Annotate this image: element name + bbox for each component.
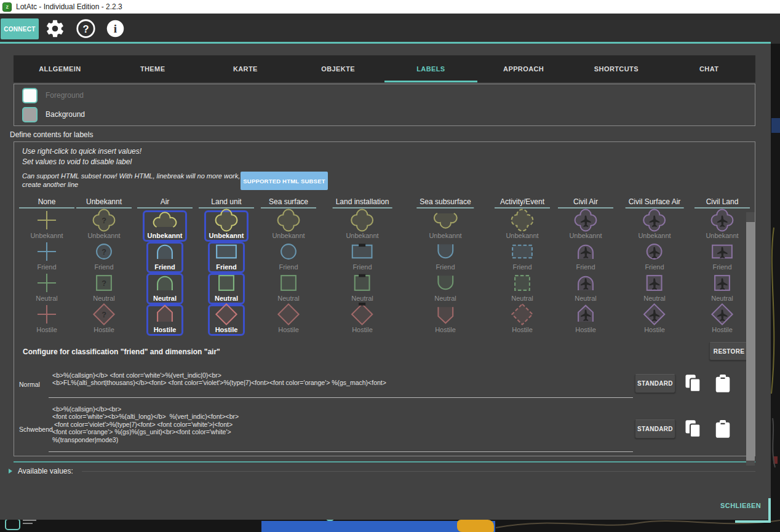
symbol-cell-label: Neutral <box>711 295 733 303</box>
symbol-cell-land-installation-hostile[interactable]: Hostile <box>344 304 381 336</box>
pent-plane-symbol-icon <box>572 303 599 326</box>
tab-chat[interactable]: CHAT <box>663 55 755 82</box>
symbol-cell-sea-subsurface-hostile[interactable]: Hostile <box>427 304 464 336</box>
schwebend-template-field[interactable]: <b>%(callsign)</b><br><font color='white… <box>52 405 635 443</box>
symbol-cell-civil-air-neutral[interactable]: Neutral <box>567 273 604 304</box>
settings-gear-icon[interactable] <box>45 18 65 39</box>
symbol-cell-sea-surface-unbekannt[interactable]: Unbekannt <box>267 210 309 242</box>
paste-icon[interactable] <box>714 419 732 440</box>
symbol-cell-activity-event-unbekannt[interactable]: Unbekannt <box>501 210 543 242</box>
symbol-cell-label: Friend <box>352 263 372 271</box>
symbol-cell-none-unbekannt[interactable]: Unbekannt <box>25 210 68 242</box>
map-panel-corner <box>768 498 771 523</box>
symbol-cell-sea-surface-neutral[interactable]: Neutral <box>270 273 307 304</box>
symbol-cell-label: Neutral <box>36 295 57 303</box>
tab-labels[interactable]: LABELS <box>384 55 477 82</box>
symbol-cell-land-installation-unbekannt[interactable]: Unbekannt <box>341 210 383 242</box>
symbol-cell-land-unit-hostile[interactable]: Hostile <box>208 304 245 336</box>
scrollbar-thumb[interactable] <box>746 222 755 461</box>
copy-icon[interactable] <box>684 418 702 439</box>
window-titlebar: z LotAtc - Individual Edition - 2.2.3 <box>0 0 780 14</box>
square-symbol-icon <box>275 271 302 295</box>
symbol-cell-sea-subsurface-neutral[interactable]: Neutral <box>427 273 464 304</box>
background-color-swatch[interactable] <box>22 107 38 122</box>
active-tab-underline <box>384 81 477 82</box>
schwebend-standard-button[interactable]: STANDARD <box>635 419 675 439</box>
normal-template-field[interactable]: <b>%(callsign)</b> <font color='white'>%… <box>52 371 635 387</box>
help-icon[interactable]: ? <box>76 18 96 39</box>
tab-karte[interactable]: KARTE <box>199 55 292 82</box>
arch-symbol-icon <box>151 271 178 295</box>
u-arch-symbol-icon <box>432 271 459 295</box>
symbol-cell-sea-subsurface-unbekannt[interactable]: Unbekannt <box>424 210 466 242</box>
symbol-cell-none-friend[interactable]: Friend <box>28 242 65 273</box>
svg-text:?: ? <box>101 311 106 319</box>
symbol-cell-sea-subsurface-friend[interactable]: Friend <box>427 242 464 273</box>
supported-html-subset-button[interactable]: SUPPORTED HTML SUBSET <box>241 172 328 190</box>
symbol-cell-air-friend[interactable]: Friend <box>146 242 183 273</box>
symbol-cell-label: Hostile <box>575 326 596 334</box>
settings-dialog: ALLGEMEINTHEMEKARTEOBJEKTELABELSAPPROACH… <box>0 44 771 520</box>
restore-button[interactable]: RESTORE <box>709 342 749 360</box>
symbol-cell-label: Unbekannt <box>209 232 244 240</box>
tab-theme[interactable]: THEME <box>106 55 199 82</box>
map-tiny-text <box>23 520 36 521</box>
symbol-cell-activity-event-hostile[interactable]: Hostile <box>504 304 541 336</box>
available-values-expander[interactable]: Available values: <box>9 467 73 475</box>
symbol-cell-land-unit-friend[interactable]: Friend <box>208 242 245 273</box>
symbol-cell-label: Friend <box>645 263 664 271</box>
symbol-cell-activity-event-neutral[interactable]: Neutral <box>504 273 541 304</box>
symbol-cell-unbekannt-friend[interactable]: ?Friend <box>86 242 122 273</box>
tab-shortcuts[interactable]: SHORTCUTS <box>570 55 663 82</box>
symbol-cell-air-unbekannt[interactable]: Unbekannt <box>143 210 188 242</box>
tab-objekte[interactable]: OBJEKTE <box>292 55 384 82</box>
clover-plane-symbol-icon <box>709 208 736 232</box>
symbol-cell-civil-air-hostile[interactable]: Hostile <box>567 304 604 336</box>
symbol-cell-civil-land-friend[interactable]: Friend <box>704 242 741 273</box>
symbol-cell-unbekannt-unbekannt[interactable]: ?Unbekannt <box>82 210 125 242</box>
symbol-cell-air-hostile[interactable]: Hostile <box>146 304 183 336</box>
symbol-cell-label: Neutral <box>93 295 114 303</box>
hint-html-subset: Can support HTML subset now! With HTML, … <box>22 172 262 189</box>
close-button[interactable]: SCHLIEßEN <box>720 502 761 509</box>
foreground-color-swatch[interactable] <box>22 88 38 103</box>
symbol-cell-unbekannt-hostile[interactable]: ?Hostile <box>86 304 122 336</box>
tab-allgemein[interactable]: ALLGEMEIN <box>14 55 106 82</box>
symbol-cell-label: Hostile <box>278 326 299 334</box>
symbol-cell-sea-surface-hostile[interactable]: Hostile <box>270 304 307 336</box>
symbol-cell-land-installation-friend[interactable]: Friend <box>344 242 381 273</box>
symbol-cell-land-unit-neutral[interactable]: Neutral <box>208 273 245 304</box>
symbol-cell-civil-air-friend[interactable]: Friend <box>567 242 604 273</box>
symbol-cell-label: Unbekannt <box>87 232 120 240</box>
label-colors-box: Foreground Background <box>14 84 755 126</box>
symbol-cell-unbekannt-neutral[interactable]: ?Neutral <box>86 273 122 304</box>
symbol-cell-civil-surface-air-unbekannt[interactable]: Unbekannt <box>633 210 675 242</box>
symbol-cell-air-neutral[interactable]: Neutral <box>146 273 183 304</box>
tab-approach[interactable]: APPROACH <box>477 55 570 82</box>
circle-plane-symbol-icon <box>641 240 668 263</box>
symbol-cell-civil-surface-air-neutral[interactable]: Neutral <box>636 273 673 304</box>
symbol-cell-land-unit-unbekannt[interactable]: Unbekannt <box>204 210 249 242</box>
symbol-cell-civil-air-unbekannt[interactable]: Unbekannt <box>564 210 607 242</box>
app-icon: z <box>2 2 12 12</box>
paste-icon[interactable] <box>714 373 732 394</box>
normal-standard-button[interactable]: STANDARD <box>635 374 675 393</box>
symbol-cell-civil-land-hostile[interactable]: Hostile <box>704 304 741 336</box>
symbol-cell-civil-surface-air-friend[interactable]: Friend <box>636 242 673 273</box>
symbol-cell-land-installation-neutral[interactable]: Neutral <box>344 273 381 304</box>
scrollbar-track[interactable] <box>746 212 755 466</box>
connect-button[interactable]: CONNECT <box>1 18 39 39</box>
symbol-cell-civil-land-neutral[interactable]: Neutral <box>704 273 741 304</box>
symbol-cell-civil-land-unbekannt[interactable]: Unbekannt <box>701 210 743 242</box>
copy-icon[interactable] <box>684 373 702 394</box>
symbol-cell-none-neutral[interactable]: Neutral <box>28 273 65 304</box>
symbol-cell-activity-event-friend[interactable]: Friend <box>504 242 541 273</box>
symbol-cell-label: Hostile <box>36 326 57 334</box>
map-layers-icon[interactable] <box>5 518 20 530</box>
symbol-cell-sea-surface-friend[interactable]: Friend <box>270 242 307 273</box>
symbol-cell-none-hostile[interactable]: Hostile <box>28 304 65 336</box>
symbol-cell-civil-surface-air-hostile[interactable]: Hostile <box>636 304 673 336</box>
cross-symbol-icon <box>33 208 60 232</box>
info-icon[interactable]: i <box>105 18 125 39</box>
symbol-cell-label: Hostile <box>435 326 456 334</box>
